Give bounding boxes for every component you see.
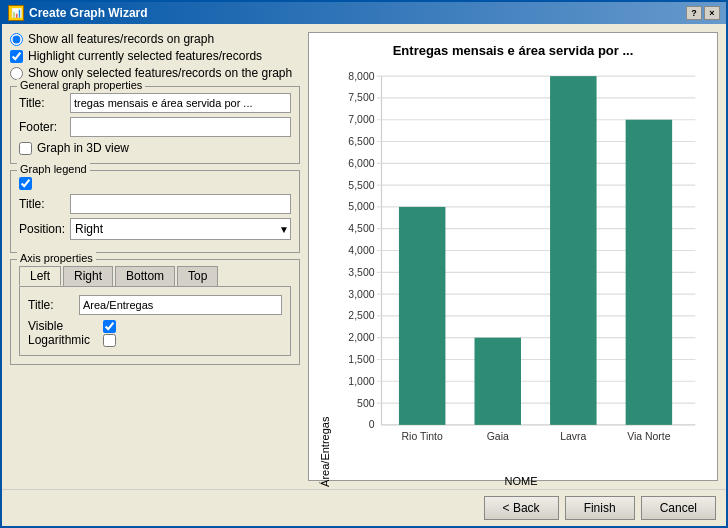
svg-text:Lavra: Lavra xyxy=(560,431,586,442)
show-all-row: Show all features/records on graph xyxy=(10,32,300,46)
tab-left[interactable]: Left xyxy=(19,266,61,286)
axis-logarithmic-label: Logarithmic xyxy=(28,333,98,347)
axis-visible-checkbox[interactable] xyxy=(103,320,116,333)
titlebar: 📊 Create Graph Wizard ? × xyxy=(2,2,726,24)
cancel-button[interactable]: Cancel xyxy=(641,496,716,520)
svg-text:8,000: 8,000 xyxy=(348,71,374,82)
finish-button[interactable]: Finish xyxy=(565,496,635,520)
axis-title-row: Title: xyxy=(28,295,282,315)
axis-tab-content: Title: Visible Logarithmic xyxy=(19,286,291,356)
title-row: Title: xyxy=(19,93,291,113)
bar-rio-tinto xyxy=(399,207,446,425)
show-selected-radio[interactable] xyxy=(10,67,23,80)
axis-properties-group: Axis properties Left Right Bottom Top Ti… xyxy=(10,259,300,365)
svg-text:2,500: 2,500 xyxy=(348,310,374,321)
main-window: 📊 Create Graph Wizard ? × Show all featu… xyxy=(0,0,728,528)
legend-group-title: Graph legend xyxy=(17,163,90,175)
bar-via-norte xyxy=(626,120,673,425)
svg-text:5,500: 5,500 xyxy=(348,180,374,191)
tab-top[interactable]: Top xyxy=(177,266,218,286)
footer-input[interactable] xyxy=(70,117,291,137)
legend-position-select[interactable]: Right Left Top Bottom xyxy=(70,218,291,240)
title-label: Title: xyxy=(19,96,64,110)
back-button[interactable]: < Back xyxy=(484,496,559,520)
svg-text:Rio Tinto: Rio Tinto xyxy=(402,431,443,442)
svg-text:4,000: 4,000 xyxy=(348,245,374,256)
svg-text:6,000: 6,000 xyxy=(348,158,374,169)
threed-checkbox[interactable] xyxy=(19,142,32,155)
legend-position-row: Position: Right Left Top Bottom ▼ xyxy=(19,218,291,240)
tab-right[interactable]: Right xyxy=(63,266,113,286)
svg-text:7,500: 7,500 xyxy=(348,92,374,103)
bar-gaia xyxy=(475,338,522,425)
svg-text:7,000: 7,000 xyxy=(348,114,374,125)
legend-position-wrapper: Right Left Top Bottom ▼ xyxy=(70,218,291,240)
y-axis-label: Área/Entregas xyxy=(319,63,331,487)
general-properties-group: General graph properties Title: Footer: … xyxy=(10,86,300,164)
tab-bottom[interactable]: Bottom xyxy=(115,266,175,286)
titlebar-left: 📊 Create Graph Wizard xyxy=(8,5,148,21)
window-title: Create Graph Wizard xyxy=(29,6,148,20)
chart-area: Área/Entregas 8,000 xyxy=(319,63,707,487)
window-icon: 📊 xyxy=(8,5,24,21)
footer-bar: < Back Finish Cancel xyxy=(2,489,726,526)
legend-group: Graph legend Title: Position: Right Left… xyxy=(10,170,300,253)
threed-row: Graph in 3D view xyxy=(19,141,291,155)
show-all-radio[interactable] xyxy=(10,33,23,46)
highlight-checkbox[interactable] xyxy=(10,50,23,63)
show-all-label: Show all features/records on graph xyxy=(28,32,214,46)
axis-group-title: Axis properties xyxy=(17,252,96,264)
legend-title-row: Title: xyxy=(19,194,291,214)
axis-visible-label: Visible xyxy=(28,319,98,333)
svg-text:500: 500 xyxy=(357,398,375,409)
general-group-title: General graph properties xyxy=(17,79,145,91)
svg-text:6,500: 6,500 xyxy=(348,136,374,147)
axis-title-input[interactable] xyxy=(79,295,282,315)
titlebar-controls: ? × xyxy=(686,6,720,20)
left-panel: Show all features/records on graph Highl… xyxy=(10,32,300,481)
svg-text:0: 0 xyxy=(369,419,375,430)
show-selected-label: Show only selected features/records on t… xyxy=(28,66,292,80)
axis-logarithmic-row: Logarithmic xyxy=(28,333,282,347)
title-input[interactable] xyxy=(70,93,291,113)
legend-enable-checkbox[interactable] xyxy=(19,177,32,190)
highlight-label: Highlight currently selected features/re… xyxy=(28,49,262,63)
legend-position-label: Position: xyxy=(19,222,64,236)
footer-label: Footer: xyxy=(19,120,64,134)
chart-inner: 8,000 7,500 7,000 6,500 xyxy=(335,63,707,487)
main-content: Show all features/records on graph Highl… xyxy=(2,24,726,489)
chart-svg: 8,000 7,500 7,000 6,500 xyxy=(335,63,707,473)
svg-text:1,500: 1,500 xyxy=(348,354,374,365)
axis-tab-row: Left Right Bottom Top xyxy=(19,266,291,286)
axis-visible-row: Visible xyxy=(28,319,282,333)
axis-tabs-container: Left Right Bottom Top Title: Visible xyxy=(19,266,291,356)
svg-text:3,000: 3,000 xyxy=(348,289,374,300)
svg-text:Gaia: Gaia xyxy=(487,431,509,442)
axis-title-label: Title: xyxy=(28,298,73,312)
legend-title-input[interactable] xyxy=(70,194,291,214)
highlight-row: Highlight currently selected features/re… xyxy=(10,49,300,63)
legend-title-label: Title: xyxy=(19,197,64,211)
bar-lavra xyxy=(550,76,597,425)
help-button[interactable]: ? xyxy=(686,6,702,20)
chart-panel: Entregas mensais e área servida por ... … xyxy=(308,32,718,481)
svg-text:Via Norte: Via Norte xyxy=(627,431,671,442)
svg-text:5,000: 5,000 xyxy=(348,201,374,212)
svg-text:3,500: 3,500 xyxy=(348,267,374,278)
svg-text:1,000: 1,000 xyxy=(348,376,374,387)
show-selected-row: Show only selected features/records on t… xyxy=(10,66,300,80)
close-button[interactable]: × xyxy=(704,6,720,20)
chart-title: Entregas mensais e área servida por ... xyxy=(393,43,634,58)
svg-text:2,000: 2,000 xyxy=(348,332,374,343)
svg-text:4,500: 4,500 xyxy=(348,223,374,234)
x-axis-label: NOME xyxy=(335,475,707,487)
axis-logarithmic-checkbox[interactable] xyxy=(103,334,116,347)
chart-svg-wrapper: 8,000 7,500 7,000 6,500 xyxy=(335,63,707,473)
threed-label: Graph in 3D view xyxy=(37,141,129,155)
footer-row: Footer: xyxy=(19,117,291,137)
display-options: Show all features/records on graph Highl… xyxy=(10,32,300,80)
